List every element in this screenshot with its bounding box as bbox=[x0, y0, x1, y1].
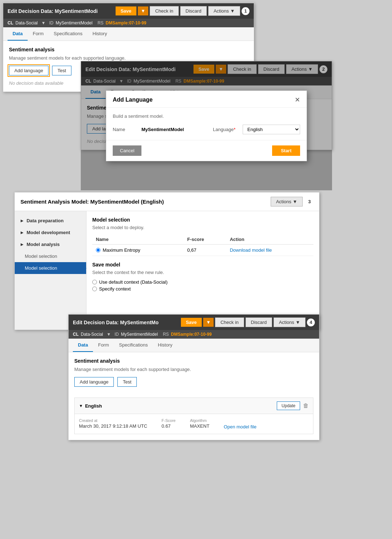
radio-option-2: Specify context bbox=[92, 286, 313, 292]
update-button[interactable]: Update bbox=[277, 401, 300, 410]
delete-button[interactable]: 🗑 bbox=[303, 403, 309, 409]
tab-history-4[interactable]: History bbox=[153, 339, 177, 352]
sidebar-model-selection-2[interactable]: Model selection bbox=[15, 262, 86, 274]
panel-4-body: Sentiment analysis Manage sentiment mode… bbox=[69, 352, 319, 398]
panel-4: Edit Decision Data: MySentimentMo Save ▼… bbox=[68, 314, 319, 440]
fscore-value: 0.67 bbox=[162, 423, 176, 429]
sidebar-data-preparation[interactable]: ► Data preparation bbox=[15, 215, 86, 227]
created-value: March 30, 2017 9:12:18 AM UTC bbox=[79, 423, 147, 429]
modal-close-button[interactable]: ✕ bbox=[295, 96, 300, 104]
algorithm-value: MAXENT bbox=[190, 423, 209, 429]
sentiment-desc-1: Manage sentiment models for each support… bbox=[9, 55, 248, 61]
open-model-link[interactable]: Open model file bbox=[224, 424, 256, 429]
sidebar-model-analysis[interactable]: ► Model analysis bbox=[15, 238, 86, 250]
save-dropdown-4[interactable]: ▼ bbox=[203, 318, 214, 327]
context-radio-2[interactable] bbox=[92, 287, 97, 291]
algorithm-label: Algorithm bbox=[190, 418, 209, 423]
cancel-button[interactable]: Cancel bbox=[113, 145, 141, 156]
english-section: ▼ English Update 🗑 Created at March 30, … bbox=[74, 398, 313, 434]
fscore-cell: 0,67 bbox=[184, 245, 227, 256]
model-selection-title: Model selection bbox=[92, 217, 313, 223]
download-model-link[interactable]: Download model file bbox=[230, 247, 272, 253]
id-label-4: ID bbox=[115, 332, 119, 337]
english-header: ▼ English Update 🗑 bbox=[75, 398, 313, 414]
arrow-right-icon-2: ► bbox=[20, 230, 24, 235]
panel-3-body: ► Data preparation ► Model development ►… bbox=[15, 211, 319, 330]
rs-label-1: RS bbox=[98, 20, 104, 25]
panel-3: Sentiment Analysis Model: MySentimentMod… bbox=[14, 192, 319, 330]
save-model-section: Save model Select the context for the ne… bbox=[92, 262, 313, 292]
id-label-1: ID bbox=[49, 20, 53, 25]
name-value: MySentimentModel bbox=[141, 127, 184, 132]
badge-3: 3 bbox=[305, 198, 313, 206]
tab-form-4[interactable]: Form bbox=[93, 339, 114, 352]
modal-title: Add Language bbox=[113, 97, 153, 103]
tab-data-4[interactable]: Data bbox=[73, 339, 93, 352]
discard-button-4[interactable]: Discard bbox=[246, 317, 272, 327]
meta-bar-4: CL Data-Social ▼ ID MySentimentModel RS … bbox=[69, 330, 319, 339]
modal-body: Build a sentiment model. Name MySentimen… bbox=[106, 108, 307, 140]
open-model-col: Open model file bbox=[224, 418, 256, 429]
actions-button-4[interactable]: Actions ▼ bbox=[274, 317, 305, 327]
tab-specifications-4[interactable]: Specifications bbox=[114, 339, 153, 352]
model-name-cell: Maximum Entropy bbox=[92, 245, 184, 256]
badge-4: 4 bbox=[307, 319, 315, 326]
tab-form-1[interactable]: Form bbox=[28, 27, 48, 41]
cl-label-1: CL bbox=[8, 20, 13, 25]
tab-data-1[interactable]: Data bbox=[8, 27, 28, 41]
sidebar-nav: ► Data preparation ► Model development ►… bbox=[15, 211, 87, 330]
start-button[interactable]: Start bbox=[272, 145, 300, 156]
panel-3-title: Sentiment Analysis Model: MySentimentMod… bbox=[20, 199, 164, 205]
test-button-1[interactable]: Test bbox=[52, 66, 71, 75]
context-radio-1[interactable] bbox=[92, 280, 97, 284]
col-fscore: F-score bbox=[184, 234, 227, 245]
sidebar-model-development[interactable]: ► Model development bbox=[15, 227, 86, 238]
panel-1-header: Edit Decision Data: MySentimentModi Save… bbox=[3, 3, 254, 19]
col-name: Name bbox=[92, 234, 184, 245]
add-language-modal: Add Language ✕ Build a sentiment model. … bbox=[106, 90, 307, 161]
rs-value-4: DMSample:07-10-99 bbox=[171, 332, 211, 337]
panel-1-title: Edit Decision Data: MySentimentModi bbox=[8, 8, 113, 14]
col-action: Action bbox=[226, 234, 313, 245]
test-button-4[interactable]: Test bbox=[117, 377, 137, 387]
id-value-4: MySentimentModel bbox=[121, 332, 158, 337]
actions-button-3[interactable]: Actions ▼ bbox=[271, 197, 303, 206]
modal-form-row: Name MySentimentModel Language English G… bbox=[113, 125, 300, 134]
chevron-down-icon: ▼ bbox=[79, 404, 83, 408]
table-row: Maximum Entropy 0,67 Download model file bbox=[92, 245, 313, 256]
rs-value-1: DMSample:07-10-99 bbox=[106, 20, 146, 25]
fscore-label: F-Score bbox=[162, 418, 176, 423]
tab-specifications-1[interactable]: Specifications bbox=[49, 27, 88, 41]
active-indicator bbox=[84, 266, 87, 270]
main-content-3: Model selection Select a model to deploy… bbox=[87, 211, 319, 330]
add-language-button-4[interactable]: Add language bbox=[74, 377, 114, 387]
context-radio-1-label: Use default context (Data-Social) bbox=[99, 279, 168, 285]
save-button-1[interactable]: Save bbox=[116, 6, 136, 15]
action-cell: Download model file bbox=[226, 245, 313, 256]
save-dropdown-1[interactable]: ▼ bbox=[138, 6, 148, 15]
language-select[interactable]: English German French Spanish bbox=[243, 125, 300, 134]
tab-bar-1: Data Form Specifications History bbox=[3, 27, 254, 41]
save-model-desc: Select the context for the new rule. bbox=[92, 270, 313, 275]
modal-header: Add Language ✕ bbox=[106, 91, 307, 108]
name-label: Name bbox=[113, 127, 134, 132]
actions-button-1[interactable]: Actions ▼ bbox=[208, 6, 240, 16]
meta-bar-1: CL Data-Social ▼ ID MySentimentModel RS … bbox=[3, 19, 254, 27]
tab-history-1[interactable]: History bbox=[88, 27, 112, 41]
discard-button-1[interactable]: Discard bbox=[180, 6, 207, 16]
model-radio[interactable] bbox=[96, 248, 101, 252]
sentiment-title-4: Sentiment analysis bbox=[74, 358, 313, 364]
algorithm-col: Algorithm MAXENT bbox=[190, 418, 209, 429]
panel-3-header: Sentiment Analysis Model: MySentimentMod… bbox=[15, 192, 319, 211]
save-button-4[interactable]: Save bbox=[181, 318, 202, 327]
checkin-button-1[interactable]: Check in bbox=[150, 6, 179, 16]
save-model-title: Save model bbox=[92, 262, 313, 268]
panel-4-title: Edit Decision Data: MySentimentMo bbox=[73, 320, 178, 325]
arrow-right-icon-3: ► bbox=[20, 242, 24, 247]
info-grid: Created at March 30, 2017 9:12:18 AM UTC… bbox=[79, 418, 309, 429]
tab-bar-4: Data Form Specifications History bbox=[69, 339, 319, 352]
sidebar-model-selection-1[interactable]: Model selection bbox=[15, 250, 86, 262]
add-language-button-1[interactable]: Add language bbox=[9, 66, 48, 75]
fscore-col: F-Score 0.67 bbox=[162, 418, 176, 429]
checkin-button-4[interactable]: Check in bbox=[215, 317, 244, 327]
